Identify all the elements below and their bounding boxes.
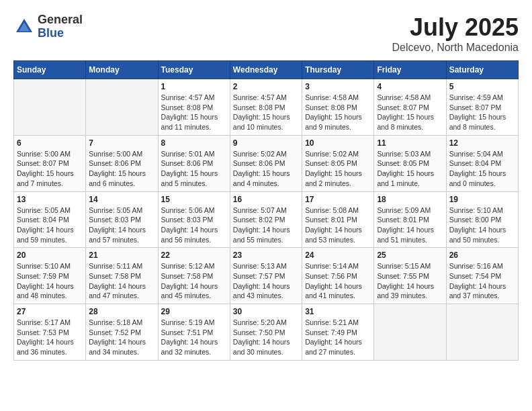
calendar-cell: 27Sunrise: 5:17 AMSunset: 7:53 PMDayligh… — [14, 304, 86, 361]
day-header: Monday — [86, 61, 158, 79]
day-number: 29 — [161, 307, 227, 316]
calendar-cell: 12Sunrise: 5:04 AMSunset: 8:04 PMDayligh… — [446, 135, 518, 191]
logo-general: General — [38, 13, 83, 27]
day-info: Sunrise: 5:03 AMSunset: 8:05 PMDaylight:… — [377, 149, 443, 189]
day-number: 23 — [233, 250, 299, 260]
calendar-cell: 24Sunrise: 5:14 AMSunset: 7:56 PMDayligh… — [302, 248, 374, 304]
day-info: Sunrise: 5:20 AMSunset: 7:50 PMDaylight:… — [233, 318, 299, 357]
day-info: Sunrise: 4:59 AMSunset: 8:07 PMDaylight:… — [449, 93, 515, 132]
title-block: July 2025 Delcevo, North Macedonia — [392, 13, 519, 54]
day-number: 18 — [377, 195, 443, 204]
day-number: 20 — [17, 250, 83, 260]
calendar-cell: 9Sunrise: 5:02 AMSunset: 8:06 PMDaylight… — [230, 135, 302, 191]
calendar-cell: 25Sunrise: 5:15 AMSunset: 7:55 PMDayligh… — [374, 248, 446, 304]
calendar-cell: 28Sunrise: 5:18 AMSunset: 7:52 PMDayligh… — [86, 304, 158, 361]
day-number: 31 — [305, 307, 371, 316]
day-info: Sunrise: 5:18 AMSunset: 7:52 PMDaylight:… — [89, 318, 154, 357]
calendar-cell: 3Sunrise: 4:58 AMSunset: 8:08 PMDaylight… — [302, 79, 374, 136]
day-header: Friday — [374, 61, 446, 79]
day-number: 19 — [449, 195, 515, 204]
calendar-cell: 7Sunrise: 5:00 AMSunset: 8:06 PMDaylight… — [86, 135, 158, 191]
day-info: Sunrise: 5:10 AMSunset: 8:00 PMDaylight:… — [449, 205, 515, 245]
day-header: Sunday — [14, 61, 86, 79]
calendar-cell: 14Sunrise: 5:05 AMSunset: 8:03 PMDayligh… — [86, 191, 158, 248]
logo: General Blue — [13, 13, 83, 40]
day-number: 25 — [377, 250, 443, 260]
day-number: 27 — [17, 307, 83, 316]
day-info: Sunrise: 5:16 AMSunset: 7:54 PMDaylight:… — [449, 261, 515, 301]
day-info: Sunrise: 5:00 AMSunset: 8:06 PMDaylight:… — [89, 149, 154, 189]
day-number: 1 — [161, 82, 227, 91]
day-number: 5 — [449, 82, 515, 91]
day-number: 13 — [17, 195, 83, 204]
day-number: 6 — [17, 138, 83, 148]
day-info: Sunrise: 5:04 AMSunset: 8:04 PMDaylight:… — [449, 149, 515, 189]
day-info: Sunrise: 5:00 AMSunset: 8:07 PMDaylight:… — [17, 149, 83, 189]
day-info: Sunrise: 5:02 AMSunset: 8:05 PMDaylight:… — [305, 149, 371, 189]
day-number: 17 — [305, 195, 371, 204]
page-header: General Blue July 2025 Delcevo, North Ma… — [13, 13, 519, 54]
logo-blue: Blue — [38, 27, 83, 40]
calendar-cell: 29Sunrise: 5:19 AMSunset: 7:51 PMDayligh… — [158, 304, 230, 361]
calendar-cell — [374, 304, 446, 361]
calendar-cell — [86, 79, 158, 136]
calendar-cell: 26Sunrise: 5:16 AMSunset: 7:54 PMDayligh… — [446, 248, 518, 304]
calendar-cell: 22Sunrise: 5:12 AMSunset: 7:58 PMDayligh… — [158, 248, 230, 304]
day-number: 12 — [449, 138, 515, 148]
day-info: Sunrise: 5:07 AMSunset: 8:02 PMDaylight:… — [233, 205, 299, 245]
day-number: 28 — [89, 307, 154, 316]
day-info: Sunrise: 5:17 AMSunset: 7:53 PMDaylight:… — [17, 318, 83, 357]
logo-icon — [13, 16, 35, 38]
day-info: Sunrise: 5:12 AMSunset: 7:58 PMDaylight:… — [161, 261, 227, 301]
day-number: 22 — [161, 250, 227, 260]
calendar-cell: 2Sunrise: 4:57 AMSunset: 8:08 PMDaylight… — [230, 79, 302, 136]
day-info: Sunrise: 5:02 AMSunset: 8:06 PMDaylight:… — [233, 149, 299, 189]
day-number: 21 — [89, 250, 154, 260]
calendar-cell: 21Sunrise: 5:11 AMSunset: 7:58 PMDayligh… — [86, 248, 158, 304]
day-number: 11 — [377, 138, 443, 148]
calendar-cell: 6Sunrise: 5:00 AMSunset: 8:07 PMDaylight… — [14, 135, 86, 191]
calendar-cell: 17Sunrise: 5:08 AMSunset: 8:01 PMDayligh… — [302, 191, 374, 248]
day-info: Sunrise: 5:11 AMSunset: 7:58 PMDaylight:… — [89, 261, 154, 301]
day-info: Sunrise: 5:21 AMSunset: 7:49 PMDaylight:… — [305, 318, 371, 357]
calendar-cell: 30Sunrise: 5:20 AMSunset: 7:50 PMDayligh… — [230, 304, 302, 361]
day-info: Sunrise: 5:15 AMSunset: 7:55 PMDaylight:… — [377, 261, 443, 301]
calendar-week: 13Sunrise: 5:05 AMSunset: 8:04 PMDayligh… — [14, 191, 519, 248]
day-info: Sunrise: 5:05 AMSunset: 8:03 PMDaylight:… — [89, 205, 154, 245]
day-info: Sunrise: 4:58 AMSunset: 8:08 PMDaylight:… — [305, 93, 371, 132]
day-number: 7 — [89, 138, 154, 148]
calendar-cell: 10Sunrise: 5:02 AMSunset: 8:05 PMDayligh… — [302, 135, 374, 191]
day-number: 24 — [305, 250, 371, 260]
day-info: Sunrise: 5:06 AMSunset: 8:03 PMDaylight:… — [161, 205, 227, 245]
day-info: Sunrise: 5:19 AMSunset: 7:51 PMDaylight:… — [161, 318, 227, 357]
day-info: Sunrise: 5:01 AMSunset: 8:06 PMDaylight:… — [161, 149, 227, 189]
day-info: Sunrise: 4:57 AMSunset: 8:08 PMDaylight:… — [161, 93, 227, 132]
day-info: Sunrise: 5:08 AMSunset: 8:01 PMDaylight:… — [305, 205, 371, 245]
day-info: Sunrise: 5:09 AMSunset: 8:01 PMDaylight:… — [377, 205, 443, 245]
day-header: Saturday — [446, 61, 518, 79]
day-number: 26 — [449, 250, 515, 260]
location: Delcevo, North Macedonia — [392, 42, 519, 54]
day-number: 30 — [233, 307, 299, 316]
day-number: 10 — [305, 138, 371, 148]
calendar-week: 20Sunrise: 5:10 AMSunset: 7:59 PMDayligh… — [14, 248, 519, 304]
calendar-cell: 11Sunrise: 5:03 AMSunset: 8:05 PMDayligh… — [374, 135, 446, 191]
calendar-cell — [14, 79, 86, 136]
day-number: 3 — [305, 82, 371, 91]
calendar-week: 1Sunrise: 4:57 AMSunset: 8:08 PMDaylight… — [14, 79, 519, 136]
day-header: Tuesday — [158, 61, 230, 79]
calendar-week: 27Sunrise: 5:17 AMSunset: 7:53 PMDayligh… — [14, 304, 519, 361]
calendar-cell: 1Sunrise: 4:57 AMSunset: 8:08 PMDaylight… — [158, 79, 230, 136]
day-number: 2 — [233, 82, 299, 91]
calendar-cell: 20Sunrise: 5:10 AMSunset: 7:59 PMDayligh… — [14, 248, 86, 304]
calendar-cell: 4Sunrise: 4:58 AMSunset: 8:07 PMDaylight… — [374, 79, 446, 136]
calendar-cell: 13Sunrise: 5:05 AMSunset: 8:04 PMDayligh… — [14, 191, 86, 248]
calendar-cell: 31Sunrise: 5:21 AMSunset: 7:49 PMDayligh… — [302, 304, 374, 361]
calendar-cell: 5Sunrise: 4:59 AMSunset: 8:07 PMDaylight… — [446, 79, 518, 136]
calendar-cell: 23Sunrise: 5:13 AMSunset: 7:57 PMDayligh… — [230, 248, 302, 304]
day-info: Sunrise: 4:57 AMSunset: 8:08 PMDaylight:… — [233, 93, 299, 132]
calendar: SundayMondayTuesdayWednesdayThursdayFrid… — [13, 60, 519, 361]
calendar-cell: 16Sunrise: 5:07 AMSunset: 8:02 PMDayligh… — [230, 191, 302, 248]
day-info: Sunrise: 5:10 AMSunset: 7:59 PMDaylight:… — [17, 261, 83, 301]
calendar-cell: 18Sunrise: 5:09 AMSunset: 8:01 PMDayligh… — [374, 191, 446, 248]
